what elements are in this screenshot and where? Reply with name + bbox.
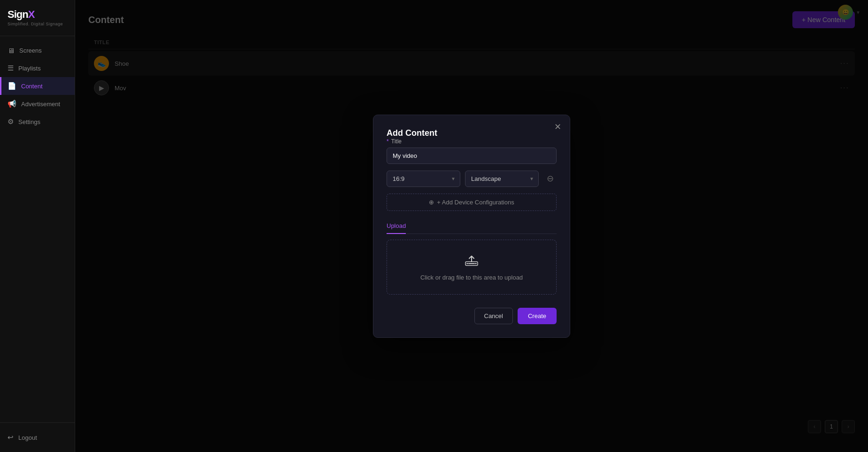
tab-upload[interactable]: Upload <box>387 219 406 234</box>
logo-title: SignX <box>8 8 67 21</box>
title-field-group: * Title <box>387 138 557 164</box>
logout-label: Logout <box>18 434 37 441</box>
advertisement-icon: 📢 <box>8 100 16 108</box>
playlists-label: Playlists <box>18 65 41 72</box>
sidebar-item-advertisement[interactable]: 📢 Advertisement <box>0 95 75 113</box>
logo-area: SignX Simplified. Digital Signage <box>0 0 75 36</box>
logout-icon: ↩ <box>8 433 14 442</box>
playlists-icon: ☰ <box>8 64 14 72</box>
title-input[interactable] <box>387 148 557 164</box>
modal-footer: Cancel Create <box>387 308 557 324</box>
sidebar: SignX Simplified. Digital Signage 🖥 Scre… <box>0 0 75 452</box>
cancel-button[interactable]: Cancel <box>474 308 513 324</box>
sidebar-item-playlists[interactable]: ☰ Playlists <box>0 59 75 77</box>
main-area: 😀 ▼ Content + New Content TITLE 👟 Shoe ·… <box>75 0 868 452</box>
required-indicator: * <box>387 138 389 145</box>
screens-label: Screens <box>19 47 42 54</box>
sidebar-item-logout[interactable]: ↩ Logout <box>0 429 75 446</box>
sidebar-item-content[interactable]: 📄 Content <box>0 77 75 95</box>
modal-overlay: Add Content ✕ * Title 16:9 4:3 1:1 9:16 <box>75 0 868 452</box>
add-device-label: + Add Device Configurations <box>437 199 514 206</box>
upload-text: Click or drag file to this area to uploa… <box>420 274 523 281</box>
sidebar-bottom: ↩ Logout <box>0 422 75 452</box>
create-button[interactable]: Create <box>518 308 557 324</box>
upload-area[interactable]: Click or drag file to this area to uploa… <box>387 240 557 295</box>
logo-subtitle: Simplified. Digital Signage <box>8 22 67 26</box>
aspect-ratio-select[interactable]: 16:9 4:3 1:1 9:16 <box>387 171 460 187</box>
title-field-label: * Title <box>387 138 557 145</box>
content-label: Content <box>21 83 43 90</box>
screens-icon: 🖥 <box>8 47 15 55</box>
remove-config-button[interactable]: ⊖ <box>543 172 557 185</box>
logo: SignX Simplified. Digital Signage <box>8 8 67 26</box>
sidebar-item-settings[interactable]: ⚙ Settings <box>0 113 75 131</box>
orientation-select[interactable]: Landscape Portrait <box>465 171 539 187</box>
nav-items: 🖥 Screens ☰ Playlists 📄 Content 📢 Advert… <box>0 36 75 422</box>
add-device-plus-icon: ⊕ <box>429 199 434 206</box>
settings-icon: ⚙ <box>8 117 14 126</box>
advertisement-label: Advertisement <box>21 101 60 108</box>
orientation-select-wrap: Landscape Portrait ▼ <box>465 171 539 187</box>
close-button[interactable]: ✕ <box>554 123 561 131</box>
settings-label: Settings <box>18 118 40 125</box>
sidebar-item-screens[interactable]: 🖥 Screens <box>0 42 75 59</box>
upload-icon <box>464 253 479 269</box>
content-icon: 📄 <box>8 82 16 90</box>
add-content-modal: Add Content ✕ * Title 16:9 4:3 1:1 9:16 <box>373 115 570 338</box>
modal-title: Add Content <box>387 128 437 138</box>
add-device-config-button[interactable]: ⊕ + Add Device Configurations <box>387 194 557 211</box>
select-row: 16:9 4:3 1:1 9:16 ▼ Landscape Portrait ▼… <box>387 171 557 187</box>
aspect-ratio-select-wrap: 16:9 4:3 1:1 9:16 ▼ <box>387 171 460 187</box>
tab-row: Upload <box>387 219 557 234</box>
